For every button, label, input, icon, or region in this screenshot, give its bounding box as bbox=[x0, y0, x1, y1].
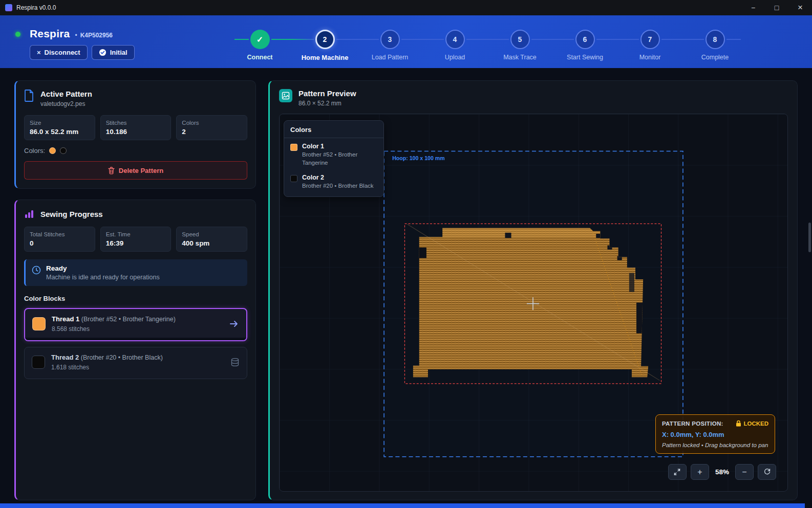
serial-bullet: • bbox=[75, 32, 77, 39]
preview-title: Pattern Preview bbox=[298, 89, 356, 98]
trash-icon bbox=[108, 167, 115, 174]
app-name: Respira bbox=[30, 28, 70, 40]
step-load-pattern[interactable]: 3 Load Pattern bbox=[357, 30, 422, 61]
step-upload[interactable]: 4 Upload bbox=[422, 30, 487, 61]
minimize-button[interactable]: − bbox=[741, 0, 765, 15]
plus-icon: + bbox=[697, 468, 702, 477]
initial-label: Initial bbox=[110, 49, 127, 56]
thread-1-name: Thread 1 bbox=[52, 315, 79, 323]
close-icon: × bbox=[798, 3, 803, 13]
color-dot-2 bbox=[60, 147, 67, 154]
app-icon bbox=[5, 4, 12, 11]
active-pattern-title: Active Pattern bbox=[40, 90, 92, 98]
thread-2-block[interactable]: Thread 2 (Brother #20 • Brother Black) 1… bbox=[24, 347, 247, 379]
hoop-label: Hoop: 100 x 100 mm bbox=[392, 155, 444, 161]
maximize-button[interactable]: □ bbox=[765, 0, 788, 15]
footer-accent-bar bbox=[0, 503, 805, 508]
zoom-in-button[interactable]: + bbox=[691, 464, 709, 480]
thread-1-swatch bbox=[32, 317, 46, 330]
step-label: Start Sewing bbox=[567, 54, 603, 61]
thread-1-progress-bar bbox=[25, 338, 246, 340]
thread-1-stitches: 8.568 stitches bbox=[52, 325, 223, 333]
stat-size: Size 86.0 x 52.2 mm bbox=[24, 115, 95, 140]
sewing-progress-title: Sewing Progress bbox=[40, 210, 103, 218]
status-description: Machine is idle and ready for operations bbox=[46, 274, 160, 281]
app-header: Respira • K4P502956 × Disconnect Initial bbox=[0, 15, 812, 68]
active-pattern-card: Active Pattern valetudogv2.pes Size 86.0… bbox=[14, 80, 256, 189]
zoom-level: 58% bbox=[715, 468, 729, 476]
position-hint: Pattern locked • Drag background to pan bbox=[662, 442, 768, 448]
color-2-swatch bbox=[290, 175, 297, 182]
step-complete[interactable]: 8 Complete bbox=[682, 30, 747, 61]
check-icon: ✓ bbox=[257, 35, 263, 45]
maximize-icon: □ bbox=[775, 4, 779, 12]
image-icon bbox=[279, 89, 292, 102]
color-item-1[interactable]: Color 1 Brother #52 • Brother Tangerine bbox=[284, 138, 383, 169]
initial-button[interactable]: Initial bbox=[92, 45, 135, 60]
status-title: Ready bbox=[46, 264, 160, 272]
stat-colors: Colors 2 bbox=[176, 115, 247, 140]
locked-badge: LOCKED bbox=[736, 420, 768, 427]
step-label: Monitor bbox=[639, 54, 661, 61]
step-label: Complete bbox=[701, 54, 729, 61]
machine-status-banner: Ready Machine is idle and ready for oper… bbox=[24, 259, 247, 286]
thread-2-detail: (Brother #20 • Brother Black) bbox=[81, 354, 163, 361]
stat-stitches: Stitches 10.186 bbox=[100, 115, 172, 140]
machine-serial: K4P502956 bbox=[80, 32, 113, 39]
disconnect-button[interactable]: × Disconnect bbox=[30, 45, 88, 60]
step-home-machine[interactable]: 2 Home Machine bbox=[292, 30, 357, 61]
step-label: Home Machine bbox=[302, 54, 349, 61]
step-start-sewing[interactable]: 6 Start Sewing bbox=[552, 30, 617, 61]
zoom-out-button[interactable]: − bbox=[735, 464, 754, 480]
database-icon bbox=[230, 358, 240, 367]
delete-pattern-label: Delete Pattern bbox=[119, 167, 163, 174]
color-1-swatch bbox=[290, 144, 297, 151]
thread-2-swatch bbox=[32, 356, 45, 369]
step-label: Upload bbox=[445, 54, 465, 61]
locked-label: LOCKED bbox=[743, 421, 768, 427]
colors-label: Colors: bbox=[24, 147, 45, 154]
pattern-position-overlay: PATTERN POSITION: LOCKED X: 0.0mm, Y: 0.… bbox=[655, 414, 775, 454]
stat-total-stitches: Total Stitches 0 bbox=[24, 227, 95, 252]
zoom-controls: + 58% − bbox=[668, 464, 776, 480]
thread-1-block[interactable]: Thread 1 (Brother #52 • Brother Tangerin… bbox=[24, 308, 247, 341]
file-icon bbox=[24, 90, 34, 102]
minus-icon: − bbox=[742, 468, 746, 477]
thread-1-detail: (Brother #52 • Brother Tangerine) bbox=[81, 316, 176, 323]
pattern-preview-card: Pattern Preview 86.0 × 52.2 mm bbox=[268, 80, 798, 500]
position-coordinates: X: 0.0mm, Y: 0.0mm bbox=[662, 431, 768, 438]
fit-view-button[interactable] bbox=[668, 464, 687, 480]
refresh-icon bbox=[763, 468, 771, 476]
step-label: Load Pattern bbox=[372, 54, 409, 61]
sewing-progress-card: Sewing Progress Total Stitches 0 Est. Ti… bbox=[14, 200, 256, 500]
color-1-name: Color 1 bbox=[302, 143, 377, 150]
main-content: Active Pattern valetudogv2.pes Size 86.0… bbox=[0, 68, 812, 503]
step-monitor[interactable]: 7 Monitor bbox=[617, 30, 682, 61]
step-label: Mask Trace bbox=[503, 54, 537, 61]
pattern-filename: valetudogv2.pes bbox=[40, 100, 92, 107]
colors-panel-title: Colors bbox=[284, 121, 383, 138]
preview-dimensions: 86.0 × 52.2 mm bbox=[298, 100, 356, 107]
disconnect-label: Disconnect bbox=[45, 49, 80, 56]
thread-2-stitches: 1.618 stitches bbox=[51, 364, 224, 371]
step-connect[interactable]: ✓ Connect bbox=[227, 30, 292, 61]
reset-view-button[interactable] bbox=[758, 464, 776, 480]
check-circle-icon bbox=[99, 49, 106, 56]
delete-pattern-button[interactable]: Delete Pattern bbox=[24, 161, 247, 180]
step-label: Connect bbox=[247, 54, 273, 61]
stat-est-time: Est. Time 16:39 bbox=[100, 227, 172, 252]
minimize-icon: − bbox=[751, 4, 755, 12]
color-2-name: Color 2 bbox=[302, 174, 374, 181]
position-title: PATTERN POSITION: bbox=[662, 421, 723, 427]
window-scrollbar[interactable] bbox=[808, 223, 811, 252]
preview-canvas[interactable]: Hoop: 100 x 100 mm bbox=[279, 114, 788, 492]
fit-view-icon bbox=[673, 468, 681, 476]
color-blocks-label: Color Blocks bbox=[24, 295, 247, 302]
app-window: Respira v0.0.0 − □ × Respira • K4P502956… bbox=[0, 0, 812, 508]
bar-chart-icon bbox=[24, 209, 34, 219]
clock-icon bbox=[32, 266, 41, 275]
stat-speed: Speed 400 spm bbox=[176, 227, 247, 252]
close-button[interactable]: × bbox=[788, 0, 812, 15]
color-item-2[interactable]: Color 2 Brother #20 • Brother Black bbox=[284, 169, 383, 196]
step-mask-trace[interactable]: 5 Mask Trace bbox=[487, 30, 552, 61]
